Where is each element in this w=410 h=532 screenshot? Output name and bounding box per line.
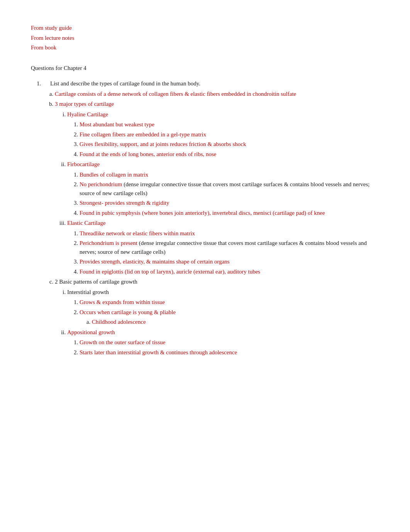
elastic-list: Threadlike network or elastic fibers wit… <box>80 229 379 276</box>
question-1: List and describe the types of cartilage… <box>42 79 379 357</box>
cartilage-types: Hyaline Cartilage Most abundant but weak… <box>67 110 379 276</box>
item-b-label: 3 major types of cartilage <box>55 101 114 107</box>
item-a: Cartilage consists of a dense network of… <box>55 90 379 99</box>
growth-types: Interstitial growth Grows & expands from… <box>67 288 379 357</box>
fibro-item: Firbocartilage Bundles of collagen in ma… <box>67 160 379 217</box>
page-title: Questions for Chapter 4 <box>31 64 379 73</box>
appositional-1-text: Growth on the outer surface of tissue <box>80 339 165 345</box>
hyaline-1-text: Most abundant but weakest type <box>80 121 154 127</box>
interstitial-label: Interstitial growth <box>67 289 109 295</box>
link-study-guide[interactable]: From study guide <box>31 23 379 33</box>
interstitial-2a: Childhood adolescence <box>92 318 379 326</box>
hyaline-2-text: Fine collagen fibers are embedded in a g… <box>80 131 206 138</box>
hyaline-list: Most abundant but weakest type Fine coll… <box>80 120 379 158</box>
interstitial-2: Occurs when cartilage is young & pliable… <box>80 308 379 326</box>
question-1-text: List and describe the types of cartilage… <box>50 80 200 87</box>
elastic-2: Perichondrium is present (dense irregula… <box>80 239 379 256</box>
appositional-list: Growth on the outer surface of tissue St… <box>80 338 379 357</box>
interstitial-item: Interstitial growth Grows & expands from… <box>67 288 379 326</box>
fibro-4-text: Found in pubic symphysis (where bones jo… <box>80 210 325 216</box>
fibro-2: No perichondrium (dense irregular connec… <box>80 180 379 197</box>
link-book[interactable]: From book <box>31 43 379 53</box>
interstitial-2-text: Occurs when cartilage is young & pliable <box>80 309 176 315</box>
appositional-2-text: Starts later than interstitial growth & … <box>80 349 237 355</box>
elastic-2-start: Perichondrium is present <box>80 240 139 246</box>
hyaline-3-text: Gives flexibility, support, and at joint… <box>80 141 246 147</box>
question-1-alpha: Cartilage consists of a dense network of… <box>55 90 379 357</box>
hyaline-item: Hyaline Cartilage Most abundant but weak… <box>67 110 379 159</box>
elastic-4-text: Found in epiglottis (lid on top of laryn… <box>80 269 260 275</box>
interstitial-1: Grows & expands from within tissue <box>80 298 379 307</box>
item-c: 2 Basic patterns of cartilage growth Int… <box>55 277 379 357</box>
elastic-4: Found in epiglottis (lid on top of laryn… <box>80 267 379 276</box>
hyaline-1: Most abundant but weakest type <box>80 120 379 129</box>
interstitial-1-text: Grows & expands from within tissue <box>80 299 165 305</box>
elastic-1-text: Threadlike network or elastic fibers wit… <box>80 230 195 236</box>
header-links: From study guide From lecture notes From… <box>31 23 379 53</box>
elastic-item: Elastic Cartilage Threadlike network or … <box>67 219 379 276</box>
fibro-1: Bundles of collagen in matrix <box>80 170 379 179</box>
item-b: 3 major types of cartilage Hyaline Carti… <box>55 100 379 276</box>
elastic-3: Provides strength, elasticity, & maintai… <box>80 257 379 266</box>
questions-list: List and describe the types of cartilage… <box>42 79 379 357</box>
fibro-3-text: Strongest- provides strength & rigidity <box>80 200 169 206</box>
elastic-1: Threadlike network or elastic fibers wit… <box>80 229 379 238</box>
appositional-1: Growth on the outer surface of tissue <box>80 338 379 347</box>
appositional-2: Starts later than interstitial growth & … <box>80 348 379 357</box>
fibro-3: Strongest- provides strength & rigidity <box>80 199 379 207</box>
fibro-4: Found in pubic symphysis (where bones jo… <box>80 209 379 218</box>
item-c-label: 2 Basic patterns of cartilage growth <box>55 279 137 285</box>
hyaline-label: Hyaline Cartilage <box>67 111 108 117</box>
interstitial-sub: Childhood adolescence <box>92 318 379 326</box>
fibro-2-start: No perichondrium <box>80 181 124 187</box>
elastic-3-text: Provides strength, elasticity, & maintai… <box>80 258 230 265</box>
interstitial-list: Grows & expands from within tissue Occur… <box>80 298 379 326</box>
hyaline-4: Found at the ends of long bones, anterio… <box>80 150 379 159</box>
link-lecture-notes[interactable]: From lecture notes <box>31 33 379 43</box>
appositional-label: Appositional growth <box>67 329 115 335</box>
hyaline-4-text: Found at the ends of long bones, anterio… <box>80 151 217 157</box>
elastic-label: Elastic Cartilage <box>67 220 106 226</box>
item-a-text: Cartilage consists of a dense network of… <box>55 91 296 97</box>
fibro-1-text: Bundles of collagen in matrix <box>80 172 148 178</box>
hyaline-3: Gives flexibility, support, and at joint… <box>80 140 379 149</box>
hyaline-2: Fine collagen fibers are embedded in a g… <box>80 130 379 139</box>
appositional-item: Appositional growth Growth on the outer … <box>67 328 379 357</box>
fibro-label: Firbocartilage <box>67 161 100 167</box>
fibro-list: Bundles of collagen in matrix No pericho… <box>80 170 379 218</box>
interstitial-2a-text: Childhood adolescence <box>92 319 146 325</box>
